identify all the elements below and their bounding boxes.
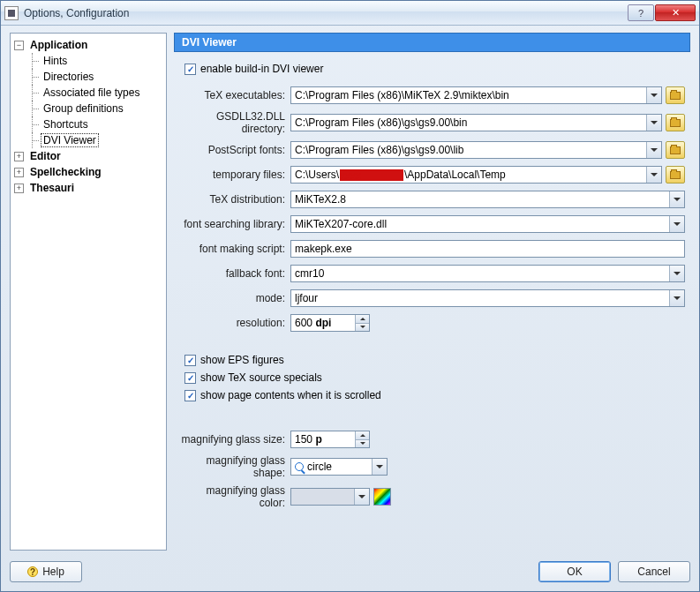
checkbox-icon: ✓ (184, 355, 196, 366)
dropdown-icon[interactable] (646, 142, 661, 158)
tree-node-spellchecking[interactable]: +Spellchecking (12, 164, 164, 180)
mag-shape-label: magnifying glass shape: (179, 454, 290, 479)
tex-executables-input[interactable]: C:\Program Files (x86)\MiKTeX 2.9\miktex… (290, 86, 662, 104)
enable-builtin-checkbox[interactable]: ✓ enable build-in DVI viewer (184, 61, 685, 77)
browse-button[interactable] (666, 114, 685, 131)
tree-node-application[interactable]: − Application (12, 37, 164, 53)
font-library-label: font searching library: (179, 218, 290, 230)
tree-node-thesauri[interactable]: +Thesauri (12, 180, 164, 196)
mag-size-label: magnifying glass size: (179, 433, 290, 446)
fallback-font-label: fallback font: (179, 267, 290, 280)
mag-color-label: magnifying glass color: (179, 484, 290, 509)
temp-files-input[interactable]: C:\Users\xxxx\AppData\Local\Temp (290, 166, 662, 184)
mag-color-input[interactable] (290, 488, 370, 506)
expand-icon[interactable]: + (14, 152, 24, 161)
font-script-label: font making script: (179, 243, 290, 255)
resolution-input[interactable]: 600 dpi (290, 314, 370, 332)
browse-button[interactable] (666, 166, 685, 184)
dropdown-icon[interactable] (372, 459, 387, 475)
tree-node-hints[interactable]: Hints (12, 53, 164, 69)
tree-label: Application (27, 38, 90, 52)
titlebar: Options, Configuration ? ✕ (1, 1, 699, 26)
dropdown-icon[interactable] (669, 290, 684, 306)
dropdown-icon[interactable] (669, 216, 684, 232)
checkbox-label: enable build-in DVI viewer (200, 63, 323, 75)
tree-node-directories[interactable]: Directories (12, 69, 164, 85)
app-icon (4, 6, 19, 20)
section-header: DVI Viewer (174, 33, 690, 52)
magnifier-icon (295, 462, 304, 471)
browse-button[interactable] (666, 86, 685, 104)
dropdown-icon[interactable] (646, 87, 661, 103)
mode-label: mode: (179, 292, 290, 304)
folder-icon (670, 171, 681, 179)
tree-node-shortcuts[interactable]: Shortcuts (12, 116, 164, 132)
mode-input[interactable]: ljfour (290, 289, 685, 307)
color-picker-button[interactable] (373, 488, 391, 506)
spin-up-icon[interactable] (356, 431, 369, 440)
browse-button[interactable] (666, 141, 685, 159)
help-window-button[interactable]: ? (628, 4, 654, 21)
close-window-button[interactable]: ✕ (655, 4, 696, 21)
form-area: ✓ enable build-in DVI viewer TeX executa… (174, 52, 690, 551)
redacted-text: xxxx (340, 169, 403, 181)
fallback-font-input[interactable]: cmr10 (290, 265, 685, 282)
dropdown-icon[interactable] (354, 489, 369, 505)
checkbox-icon: ✓ (184, 64, 196, 75)
dropdown-icon[interactable] (669, 191, 684, 207)
mag-size-input[interactable]: 150 p (290, 431, 370, 448)
help-icon: ? (27, 566, 38, 577)
dropdown-icon[interactable] (669, 266, 684, 281)
font-script-input[interactable]: makepk.exe (290, 240, 685, 258)
content-area: − Application Hints Directories Associat… (1, 26, 699, 556)
folder-icon (670, 92, 681, 100)
collapse-icon[interactable]: − (14, 41, 24, 50)
postscript-fonts-label: PostScript fonts: (179, 144, 290, 156)
folder-icon (670, 146, 681, 154)
dropdown-icon[interactable] (646, 115, 661, 131)
tex-executables-label: TeX executables: (179, 89, 290, 101)
show-page-scroll-checkbox[interactable]: ✓ show page contents when it is scrolled (184, 387, 685, 403)
expand-icon[interactable]: + (14, 184, 24, 193)
dialog-button-bar: ? Help OK Cancel (1, 556, 699, 591)
window-controls: ? ✕ (627, 4, 696, 21)
font-library-input[interactable]: MiKTeX207-core.dll (290, 215, 685, 233)
gsdll-dir-input[interactable]: C:\Program Files (x86)\gs\gs9.00\bin (290, 114, 662, 131)
options-dialog: Options, Configuration ? ✕ − Application… (0, 0, 700, 592)
settings-panel: DVI Viewer ✓ enable build-in DVI viewer … (174, 33, 690, 551)
temp-files-label: temporary files: (179, 169, 290, 181)
tree-node-group-definitions[interactable]: Group definitions (12, 101, 164, 116)
tree-node-associated-file-types[interactable]: Associated file types (12, 85, 164, 101)
show-tex-specials-checkbox[interactable]: ✓ show TeX source specials (184, 370, 685, 386)
checkbox-icon: ✓ (184, 390, 196, 401)
spin-up-icon[interactable] (356, 315, 369, 324)
gsdll-dir-label: GSDLL32.DLL directory: (179, 110, 290, 135)
tex-distribution-label: TeX distribution: (179, 193, 290, 206)
dropdown-icon[interactable] (646, 167, 661, 183)
tex-distribution-input[interactable]: MiKTeX2.8 (290, 191, 685, 208)
window-title: Options, Configuration (24, 7, 627, 19)
spin-down-icon[interactable] (356, 440, 369, 448)
spin-down-icon[interactable] (356, 324, 369, 332)
help-button[interactable]: ? Help (10, 561, 82, 582)
ok-button[interactable]: OK (538, 561, 611, 582)
show-eps-checkbox[interactable]: ✓ show EPS figures (184, 352, 685, 368)
resolution-label: resolution: (179, 317, 290, 329)
mag-shape-input[interactable]: circle (290, 458, 388, 476)
category-tree[interactable]: − Application Hints Directories Associat… (10, 33, 167, 551)
color-swatch (291, 489, 354, 505)
cancel-button[interactable]: Cancel (618, 561, 690, 582)
tree-node-editor[interactable]: +Editor (12, 148, 164, 164)
checkbox-icon: ✓ (184, 372, 196, 384)
postscript-fonts-input[interactable]: C:\Program Files (x86)\gs\gs9.00\lib (290, 141, 662, 159)
expand-icon[interactable]: + (14, 168, 24, 177)
tree-node-dvi-viewer[interactable]: DVI Viewer (12, 132, 164, 148)
folder-icon (670, 119, 681, 127)
